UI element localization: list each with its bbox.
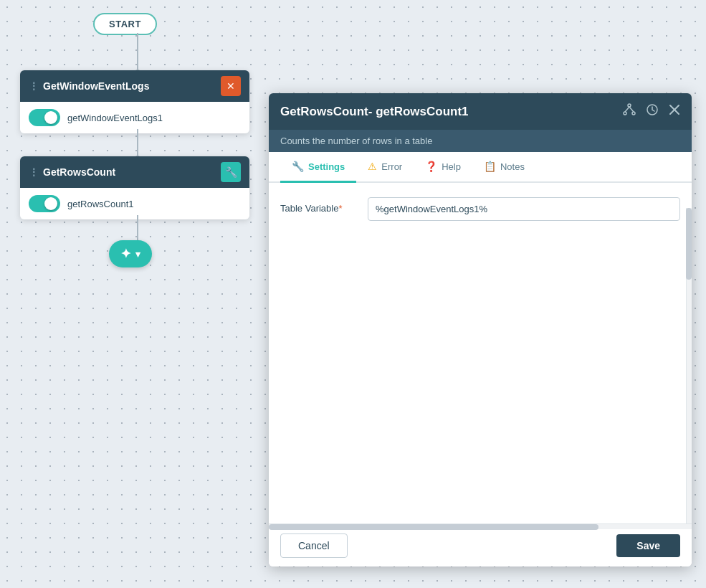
node1-body: getWindowEventLogs1 (20, 102, 249, 133)
node1-instance-label: getWindowEventLogs1 (67, 113, 163, 123)
tab-settings[interactable]: 🔧 Settings (280, 152, 356, 183)
connector-3 (137, 215, 138, 242)
table-variable-label: Table Variable* (280, 197, 359, 214)
svg-point-1 (624, 112, 626, 115)
help-tab-label: Help (442, 161, 461, 172)
save-button[interactable]: Save (616, 534, 680, 557)
node1-wrench-icon: ✕ (226, 80, 235, 92)
panel-close-icon[interactable] (669, 104, 680, 119)
panel-title: GetRowsCount- getRowsCount1 (280, 105, 469, 119)
settings-tab-label: Settings (308, 161, 345, 172)
svg-point-0 (628, 104, 631, 107)
add-action-icon: ✦ (120, 246, 131, 262)
horizontal-scrollbar (269, 523, 692, 529)
scrollbar-track (686, 208, 692, 523)
node2-instance-label: getRowsCount1 (67, 199, 134, 209)
start-node: START (93, 13, 157, 35)
node2-toggle[interactable] (29, 195, 60, 212)
node-get-rows-count: ⋮ GetRowsCount 🔧 getRowsCount1 (20, 156, 249, 219)
node1-title: GetWindowEventLogs (43, 80, 221, 92)
connector-2 (137, 129, 138, 159)
cancel-button[interactable]: Cancel (280, 534, 348, 558)
flow-area: START ⋮ GetWindowEventLogs ✕ getWindowEv… (0, 0, 269, 588)
add-action-label: ▾ (135, 249, 140, 260)
tab-error[interactable]: ⚠ Error (356, 152, 414, 183)
node2-action-button[interactable]: 🔧 (221, 162, 241, 182)
panel-tabs: 🔧 Settings ⚠ Error ❓ Help 📋 Notes (269, 152, 692, 183)
node-get-window-event-logs: ⋮ GetWindowEventLogs ✕ getWindowEventLog… (20, 70, 249, 133)
settings-tab-icon: 🔧 (292, 161, 304, 172)
node1-header: ⋮ GetWindowEventLogs ✕ (20, 70, 249, 102)
drag-icon-1: ⋮ (29, 80, 39, 92)
help-tab-icon: ❓ (425, 161, 437, 172)
node2-title: GetRowsCount (43, 166, 221, 178)
scrollbar-thumb[interactable] (686, 208, 692, 280)
node1-action-button[interactable]: ✕ (221, 76, 241, 96)
svg-point-2 (632, 112, 635, 115)
node2-body: getRowsCount1 (20, 188, 249, 219)
table-variable-input[interactable] (368, 197, 680, 221)
svg-line-3 (625, 107, 629, 112)
settings-panel: GetRowsCount- getRowsCount1 (269, 93, 692, 566)
node2-header: ⋮ GetRowsCount 🔧 (20, 156, 249, 188)
panel-history-icon[interactable] (646, 103, 659, 120)
drag-icon-2: ⋮ (29, 166, 39, 178)
panel-content: Table Variable* (269, 183, 692, 524)
panel-subtitle: Counts the number of rows in a table (269, 130, 692, 152)
svg-line-4 (629, 107, 634, 112)
node1-toggle[interactable] (29, 109, 60, 126)
tab-notes[interactable]: 📋 Notes (472, 152, 536, 183)
table-variable-row: Table Variable* (280, 197, 680, 221)
notes-tab-label: Notes (500, 161, 525, 172)
panel-header: GetRowsCount- getRowsCount1 (269, 93, 692, 130)
add-action-button[interactable]: ✦ ▾ (109, 240, 152, 267)
panel-footer: Cancel Save (269, 524, 692, 566)
error-tab-icon: ⚠ (368, 161, 377, 172)
error-tab-label: Error (381, 161, 402, 172)
horizontal-scrollbar-thumb[interactable] (269, 524, 598, 530)
start-node-label: START (109, 19, 141, 29)
panel-header-icons (623, 103, 680, 120)
node2-wrench-icon: 🔧 (225, 166, 237, 178)
tab-help[interactable]: ❓ Help (414, 152, 472, 183)
panel-hierarchy-icon[interactable] (623, 103, 636, 120)
connector-1 (137, 33, 138, 73)
notes-tab-icon: 📋 (484, 161, 496, 172)
